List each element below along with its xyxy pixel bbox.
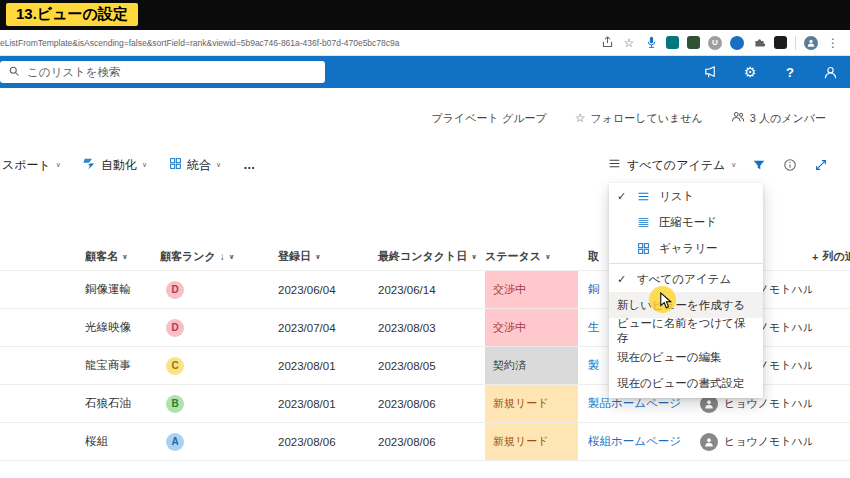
cell-last-contact-date: 2023/08/06 bbox=[378, 398, 485, 410]
menu-item-format-current-view[interactable]: 現在のビューの書式設定 bbox=[609, 370, 763, 396]
chevron-down-icon: ∨ bbox=[56, 161, 61, 169]
rank-badge: C bbox=[166, 357, 184, 375]
fullscreen-expand-icon[interactable] bbox=[813, 157, 829, 173]
status-chip: 交渉中 bbox=[485, 271, 578, 308]
export-button[interactable]: スポート ∨ bbox=[2, 157, 61, 174]
cell-customer-name: 光線映像 bbox=[85, 320, 160, 335]
follow-button[interactable]: ☆ フォローしていません bbox=[575, 111, 703, 126]
menu-item-create-new-view[interactable]: 新しいビューを作成する bbox=[609, 292, 763, 318]
menu-item-edit-current-view[interactable]: 現在のビューの編集 bbox=[609, 344, 763, 370]
search-box[interactable]: このリストを検索 bbox=[0, 61, 325, 83]
help-icon[interactable]: ? bbox=[782, 64, 798, 80]
rank-badge: A bbox=[166, 433, 184, 451]
extension-icon-teal[interactable] bbox=[666, 36, 679, 49]
cell-registered-date: 2023/08/01 bbox=[278, 360, 378, 372]
view-options-menu: ✓ リスト 圧縮モード ギャラリー ✓ すべてのアイテム 新しいビューを bbox=[609, 183, 763, 398]
cell-status: 新規リード bbox=[485, 385, 588, 422]
automate-icon bbox=[83, 157, 96, 173]
status-chip: 新規リード bbox=[485, 385, 578, 422]
cell-source: 製品ホームページ bbox=[588, 396, 700, 411]
toolbar-divider bbox=[795, 36, 796, 50]
source-link[interactable]: 生 bbox=[588, 321, 600, 333]
profile-avatar-icon[interactable] bbox=[804, 36, 818, 50]
table-row[interactable]: 桜組 A 2023/08/06 2023/08/06 新規リード 桜組ホームペー… bbox=[0, 423, 850, 461]
chevron-down-icon: ∨ bbox=[229, 253, 235, 261]
menu-item-save-view-as[interactable]: ビューに名前をつけて保存 bbox=[609, 318, 763, 344]
chevron-down-icon: ∨ bbox=[471, 253, 477, 261]
group-info-bar: プライベート グループ ☆ フォローしていません 3 人のメンバー bbox=[432, 108, 826, 128]
rank-badge: D bbox=[166, 281, 184, 299]
mouse-cursor-icon bbox=[658, 292, 673, 313]
cell-customer-rank: D bbox=[160, 319, 278, 337]
cell-status: 交渉中 bbox=[485, 309, 588, 346]
extensions-puzzle-icon[interactable] bbox=[752, 36, 766, 50]
favorites-star-icon[interactable]: ☆ bbox=[622, 36, 636, 50]
automate-button[interactable]: 自動化 ∨ bbox=[83, 157, 147, 174]
members-icon bbox=[731, 110, 745, 126]
extension-icon-blue[interactable] bbox=[730, 36, 744, 50]
integrate-grid-icon bbox=[169, 157, 182, 173]
menu-item-gallery[interactable]: ギャラリー bbox=[609, 235, 763, 261]
status-chip: 新規リード bbox=[485, 423, 578, 460]
column-header-customer-rank[interactable]: 顧客ランク ↓ ∨ bbox=[160, 249, 278, 264]
chevron-down-icon: ∨ bbox=[545, 253, 551, 261]
cell-status: 新規リード bbox=[485, 423, 588, 460]
chevron-down-icon: ∨ bbox=[122, 253, 128, 261]
cell-customer-rank: A bbox=[160, 433, 278, 451]
cell-source: 桜組ホームページ bbox=[588, 434, 700, 449]
column-header-status[interactable]: ステータス∨ bbox=[485, 249, 588, 264]
extension-icon-green[interactable] bbox=[687, 36, 700, 49]
menu-item-list[interactable]: ✓ リスト bbox=[609, 183, 763, 209]
browser-menu-icon[interactable]: ⋮ bbox=[826, 36, 840, 50]
settings-gear-icon[interactable]: ⚙ bbox=[742, 64, 758, 80]
chevron-down-icon: ∨ bbox=[731, 161, 736, 169]
column-header-registered-date[interactable]: 登録日∨ bbox=[278, 249, 378, 264]
extension-icon-u[interactable]: U bbox=[708, 36, 722, 50]
column-header-last-contact[interactable]: 最終コンタクト日∨ bbox=[378, 249, 485, 264]
rank-badge: B bbox=[166, 395, 184, 413]
owner-name: ヒョウノモトハル bbox=[724, 396, 812, 411]
browser-chrome: eListFromTemplate&isAscending=false&sort… bbox=[0, 30, 850, 56]
share-icon[interactable] bbox=[600, 36, 614, 50]
extension-icon-dark[interactable] bbox=[774, 36, 787, 49]
cell-customer-rank: D bbox=[160, 281, 278, 299]
source-link[interactable]: 銅 bbox=[588, 283, 600, 295]
account-person-icon[interactable] bbox=[822, 64, 838, 80]
source-link[interactable]: 製 bbox=[588, 359, 600, 371]
menu-item-all-items[interactable]: ✓ すべてのアイテム bbox=[609, 266, 763, 292]
source-link[interactable]: 桜組ホームページ bbox=[588, 435, 681, 447]
address-bar[interactable]: eListFromTemplate&isAscending=false&sort… bbox=[0, 38, 594, 48]
view-selector-button[interactable]: すべてのアイテム ∨ bbox=[608, 157, 736, 174]
cell-registered-date: 2023/08/06 bbox=[278, 436, 378, 448]
cell-status: 契約済 bbox=[485, 347, 588, 384]
screenshot-root: 13.ビューの設定 eListFromTemplate&isAscending=… bbox=[0, 0, 850, 478]
add-column-button[interactable]: + 列の追加 bbox=[812, 249, 850, 264]
annotation-bar: 13.ビューの設定 bbox=[0, 0, 850, 30]
command-bar: スポート ∨ 自動化 ∨ 統合 ∨ … bbox=[0, 150, 850, 180]
cell-registered-date: 2023/06/04 bbox=[278, 284, 378, 296]
cell-customer-name: 石狼石油 bbox=[85, 396, 160, 411]
column-header-customer-name[interactable]: 顧客名∨ bbox=[85, 249, 160, 264]
integrate-button[interactable]: 統合 ∨ bbox=[169, 157, 221, 174]
more-commands-button[interactable]: … bbox=[243, 158, 255, 172]
browser-toolbar: ☆ U ⋮ bbox=[594, 36, 850, 50]
menu-item-compact[interactable]: 圧縮モード bbox=[609, 209, 763, 235]
info-icon[interactable] bbox=[782, 157, 798, 173]
members-button[interactable]: 3 人のメンバー bbox=[731, 110, 826, 126]
source-link[interactable]: 製品ホームページ bbox=[588, 397, 681, 409]
cell-customer-rank: C bbox=[160, 357, 278, 375]
cell-customer-name: 龍宝商事 bbox=[85, 358, 160, 373]
filter-funnel-icon[interactable] bbox=[751, 157, 767, 173]
owner-name: ヒョウノモトハル bbox=[724, 434, 812, 449]
mic-icon[interactable] bbox=[644, 36, 658, 50]
sort-desc-icon: ↓ bbox=[220, 251, 225, 262]
chevron-down-icon: ∨ bbox=[142, 161, 147, 169]
annotation-badge: 13.ビューの設定 bbox=[6, 3, 138, 26]
cell-customer-name: 銅像運輸 bbox=[85, 282, 160, 297]
cell-registered-date: 2023/08/01 bbox=[278, 398, 378, 410]
cell-last-contact-date: 2023/08/06 bbox=[378, 436, 485, 448]
follow-star-icon: ☆ bbox=[575, 111, 586, 125]
group-privacy-label: プライベート グループ bbox=[432, 111, 547, 126]
cell-owner: ヒョウノモトハル bbox=[700, 433, 812, 451]
megaphone-icon[interactable] bbox=[702, 64, 718, 80]
